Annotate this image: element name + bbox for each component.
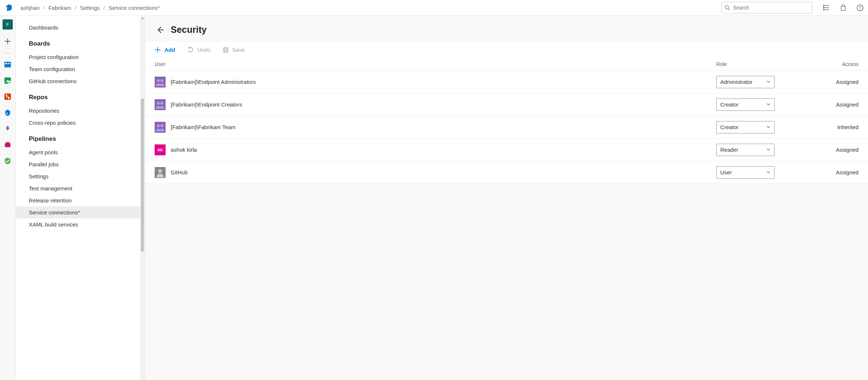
- sidebar-item[interactable]: Project configuration: [16, 51, 145, 63]
- svg-rect-15: [8, 63, 10, 64]
- rail-divider: [4, 53, 12, 53]
- sidebar-item[interactable]: Team configuration: [16, 63, 145, 75]
- table-row[interactable]: AKashok kirlaReaderAssigned: [145, 138, 868, 161]
- undo-label: Undo: [197, 47, 210, 53]
- page-title: Security: [171, 24, 207, 35]
- sidebar-item[interactable]: Test management: [16, 182, 145, 194]
- svg-rect-21: [5, 143, 10, 147]
- breadcrumb-separator-icon: /: [75, 5, 76, 11]
- role-select[interactable]: Creator: [716, 98, 775, 111]
- search-input[interactable]: [733, 5, 809, 11]
- role-select[interactable]: Creator: [716, 121, 775, 133]
- role-value: Creator: [720, 101, 739, 108]
- new-item-icon[interactable]: [3, 36, 13, 46]
- user-cell: [Fabrikam]\Endpoint Administrators: [155, 77, 716, 88]
- breadcrumb-item[interactable]: Fabrikam: [49, 5, 71, 11]
- breadcrumb-separator-icon: /: [104, 5, 105, 11]
- table-row[interactable]: [Fabrikam]\Endpoint CreatorsCreatorAssig…: [145, 93, 868, 116]
- user-name: GitHub: [171, 169, 188, 175]
- pipelines-icon[interactable]: [3, 92, 12, 101]
- table-row[interactable]: [Fabrikam]\Fabrikam TeamCreatorInherited: [145, 116, 868, 138]
- project-avatar[interactable]: F: [3, 19, 13, 30]
- table-row[interactable]: GitHubUserAssigned: [145, 161, 868, 183]
- plus-icon: [155, 47, 161, 53]
- sidebar-section-header: Repos: [16, 87, 145, 105]
- security-shield-icon[interactable]: [3, 156, 12, 166]
- settings-sidebar: ▲ DashboardsBoardsProject configurationT…: [16, 16, 145, 380]
- role-cell: Reader: [716, 144, 811, 156]
- role-select[interactable]: Administrator: [716, 76, 775, 88]
- security-panel: Add Undo Save User Role Acces: [145, 42, 868, 183]
- save-icon: [223, 47, 229, 53]
- breadcrumb: ashjhan/Fabrikam/Settings/Service connec…: [20, 5, 160, 11]
- boards-icon[interactable]: [3, 60, 12, 69]
- artifacts-icon[interactable]: [3, 124, 12, 133]
- role-cell: Creator: [716, 98, 811, 111]
- extensions-icon[interactable]: [3, 140, 12, 150]
- table-row[interactable]: [Fabrikam]\Endpoint AdministratorsAdmini…: [145, 70, 868, 93]
- security-table: User Role Access [Fabrikam]\Endpoint Adm…: [145, 58, 868, 183]
- chevron-down-icon: [766, 101, 771, 108]
- test-plans-icon[interactable]: [3, 108, 12, 117]
- sidebar-item[interactable]: Repositories: [16, 105, 145, 117]
- breadcrumb-item[interactable]: Settings: [80, 5, 100, 11]
- access-cell: Assigned: [811, 169, 859, 175]
- avatar-icon: [155, 122, 166, 133]
- user-name: [Fabrikam]\Endpoint Creators: [171, 101, 242, 108]
- role-value: Administrator: [720, 79, 752, 85]
- chevron-down-icon: [766, 147, 771, 153]
- back-arrow-icon[interactable]: [156, 26, 164, 34]
- access-cell: Assigned: [811, 147, 859, 153]
- save-button: Save: [223, 47, 245, 53]
- access-cell: Inherited: [811, 124, 859, 130]
- avatar-icon: [155, 167, 166, 178]
- sidebar-item[interactable]: Release retention: [16, 194, 145, 206]
- azure-devops-logo-icon[interactable]: [4, 4, 12, 12]
- search-input-container[interactable]: [721, 2, 813, 13]
- sidebar-item[interactable]: GitHub connections: [16, 75, 145, 87]
- sidebar-item[interactable]: Settings: [16, 170, 145, 182]
- work-items-icon[interactable]: [823, 4, 830, 11]
- add-button[interactable]: Add: [155, 47, 175, 53]
- avatar-icon: [155, 99, 166, 110]
- role-value: Reader: [720, 147, 738, 153]
- breadcrumb-item[interactable]: Service connections*: [109, 5, 160, 11]
- repos-icon[interactable]: [3, 76, 12, 85]
- sidebar-item[interactable]: Parallel jobs: [16, 158, 145, 170]
- role-select[interactable]: User: [716, 166, 775, 179]
- role-cell: Creator: [716, 121, 811, 133]
- user-cell: GitHub: [155, 167, 716, 178]
- breadcrumb-item[interactable]: ashjhan: [20, 5, 40, 11]
- sidebar-scroll-up-icon[interactable]: ▲: [140, 16, 145, 20]
- content-header: Security: [145, 16, 868, 42]
- chevron-down-icon: [766, 79, 771, 85]
- svg-point-36: [157, 124, 160, 127]
- user-name: ashok kirla: [171, 147, 197, 153]
- security-toolbar: Add Undo Save: [145, 42, 868, 58]
- svg-rect-6: [823, 7, 824, 8]
- access-cell: Assigned: [811, 101, 859, 108]
- sidebar-item[interactable]: XAML build services: [16, 218, 145, 230]
- topbar: ashjhan/Fabrikam/Settings/Service connec…: [0, 0, 868, 16]
- help-icon[interactable]: ?: [856, 4, 864, 11]
- svg-point-34: [160, 102, 163, 105]
- role-select[interactable]: Reader: [716, 144, 775, 156]
- sidebar-item[interactable]: Agent pools: [16, 146, 145, 158]
- svg-point-33: [157, 102, 160, 105]
- user-name: [Fabrikam]\Fabrikam Team: [171, 124, 236, 130]
- sidebar-item-dashboards[interactable]: Dashboards: [16, 22, 145, 34]
- marketplace-icon[interactable]: [840, 4, 847, 11]
- svg-rect-14: [5, 63, 7, 64]
- save-label: Save: [232, 47, 245, 53]
- sidebar-scrollbar-thumb[interactable]: [141, 98, 144, 252]
- svg-point-37: [160, 124, 163, 127]
- avatar-icon: [155, 77, 166, 88]
- svg-line-1: [728, 8, 730, 10]
- undo-icon: [187, 47, 194, 53]
- svg-point-31: [160, 79, 163, 82]
- sidebar-item[interactable]: Cross-repo policies: [16, 117, 145, 129]
- sidebar-section-header: Pipelines: [16, 129, 145, 146]
- svg-point-39: [158, 169, 162, 173]
- top-icon-group: ?: [823, 4, 864, 11]
- sidebar-item[interactable]: Service connections*: [16, 206, 145, 218]
